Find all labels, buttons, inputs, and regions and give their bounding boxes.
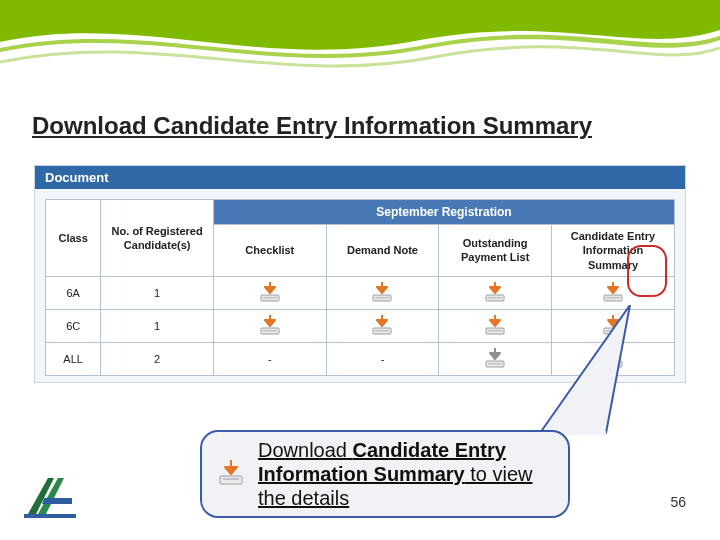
col-demand: Demand Note (326, 225, 439, 277)
page-number: 56 (670, 494, 686, 510)
cell-outstanding (439, 309, 552, 342)
svg-rect-5 (488, 297, 502, 299)
cell-demand (326, 276, 439, 309)
download-icon[interactable] (370, 314, 394, 338)
document-panel: Document Class No. of Registered Candida… (34, 165, 686, 383)
registration-table: Class No. of Registered Candidate(s) Sep… (45, 199, 675, 376)
table-row: 6C1 (46, 309, 675, 342)
col-outstanding: Outstanding Payment List (439, 225, 552, 277)
callout-bubble: Download Candidate Entry Information Sum… (200, 430, 570, 518)
section-header: September Registration (213, 200, 674, 225)
cell-count: 2 (101, 342, 214, 375)
panel-header: Document (35, 166, 685, 189)
cell-summary (552, 342, 675, 375)
logo (24, 474, 76, 518)
cell-summary (552, 276, 675, 309)
cell-demand (326, 309, 439, 342)
svg-rect-7 (606, 297, 620, 299)
svg-rect-13 (488, 330, 502, 332)
col-checklist: Checklist (213, 225, 326, 277)
download-icon[interactable] (601, 314, 625, 338)
callout-text: Download Candidate Entry Information Sum… (258, 438, 554, 510)
cell-class: 6C (46, 309, 101, 342)
cell-outstanding (439, 342, 552, 375)
svg-rect-21 (223, 478, 239, 480)
download-icon[interactable] (370, 281, 394, 305)
svg-rect-11 (375, 330, 389, 332)
col-summary: Candidate Entry Information Summary (552, 225, 675, 277)
cell-checklist (213, 309, 326, 342)
page-title: Download Candidate Entry Information Sum… (32, 112, 592, 140)
cell-class: ALL (46, 342, 101, 375)
cell-count: 1 (101, 276, 214, 309)
download-icon[interactable] (483, 314, 507, 338)
table-row: ALL2-- (46, 342, 675, 375)
svg-rect-1 (263, 297, 277, 299)
svg-rect-19 (606, 363, 620, 365)
header-wave (0, 0, 720, 90)
svg-rect-22 (24, 514, 76, 518)
svg-rect-15 (606, 330, 620, 332)
cell-outstanding (439, 276, 552, 309)
svg-rect-3 (375, 297, 389, 299)
cell-class: 6A (46, 276, 101, 309)
download-icon (216, 458, 246, 490)
cell-demand: - (326, 342, 439, 375)
svg-rect-17 (488, 363, 502, 365)
download-icon[interactable] (601, 347, 625, 371)
cell-checklist: - (213, 342, 326, 375)
cell-checklist (213, 276, 326, 309)
col-class: Class (46, 200, 101, 277)
callout-prefix: Download (258, 439, 353, 461)
col-registered: No. of Registered Candidate(s) (101, 200, 214, 277)
download-icon[interactable] (483, 281, 507, 305)
download-icon[interactable] (601, 281, 625, 305)
download-icon[interactable] (483, 347, 507, 371)
cell-count: 1 (101, 309, 214, 342)
download-icon[interactable] (258, 314, 282, 338)
table-row: 6A1 (46, 276, 675, 309)
cell-summary (552, 309, 675, 342)
download-icon[interactable] (258, 281, 282, 305)
svg-rect-9 (263, 330, 277, 332)
